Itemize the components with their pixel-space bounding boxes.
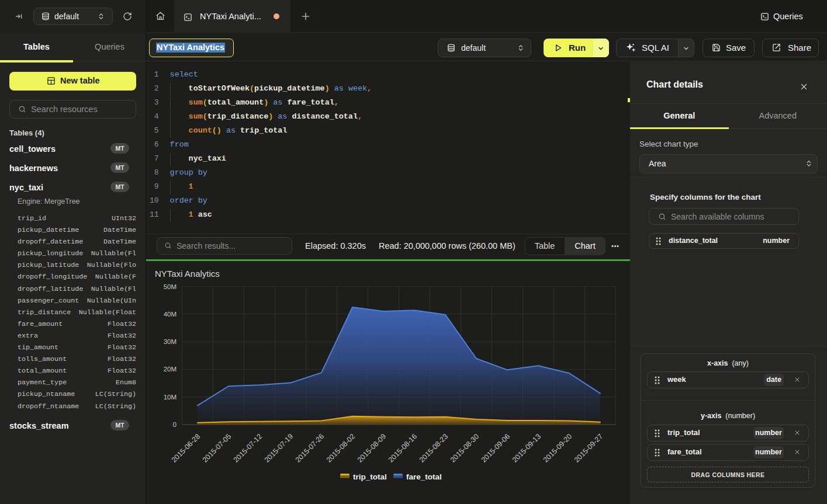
svg-text:0: 0 [173, 421, 177, 428]
svg-text:2015-08-02: 2015-08-02 [325, 432, 357, 464]
svg-text:2015-07-05: 2015-07-05 [201, 432, 233, 464]
svg-text:2015-08-30: 2015-08-30 [449, 432, 480, 464]
svg-text:2015-08-16: 2015-08-16 [387, 432, 418, 464]
svg-text:50M: 50M [164, 283, 177, 290]
svg-text:2015-09-06: 2015-09-06 [480, 432, 511, 464]
svg-text:2015-09-27: 2015-09-27 [573, 432, 604, 464]
svg-text:2015-09-13: 2015-09-13 [511, 432, 542, 464]
svg-text:2015-09-20: 2015-09-20 [542, 432, 573, 464]
svg-text:30M: 30M [164, 338, 177, 345]
svg-text:20M: 20M [164, 366, 177, 373]
svg-text:2015-08-23: 2015-08-23 [418, 432, 449, 464]
svg-text:2015-06-28: 2015-06-28 [170, 432, 202, 464]
svg-text:40M: 40M [164, 311, 177, 318]
svg-text:trip_total: trip_total [353, 472, 387, 481]
svg-text:fare_total: fare_total [406, 472, 442, 481]
svg-text:2015-07-26: 2015-07-26 [294, 432, 326, 464]
svg-text:2015-07-12: 2015-07-12 [232, 432, 264, 464]
svg-text:NYTaxi Analytics: NYTaxi Analytics [155, 269, 220, 279]
svg-text:10M: 10M [164, 394, 177, 401]
svg-text:2015-08-09: 2015-08-09 [356, 432, 387, 464]
svg-text:2015-07-19: 2015-07-19 [263, 432, 295, 464]
